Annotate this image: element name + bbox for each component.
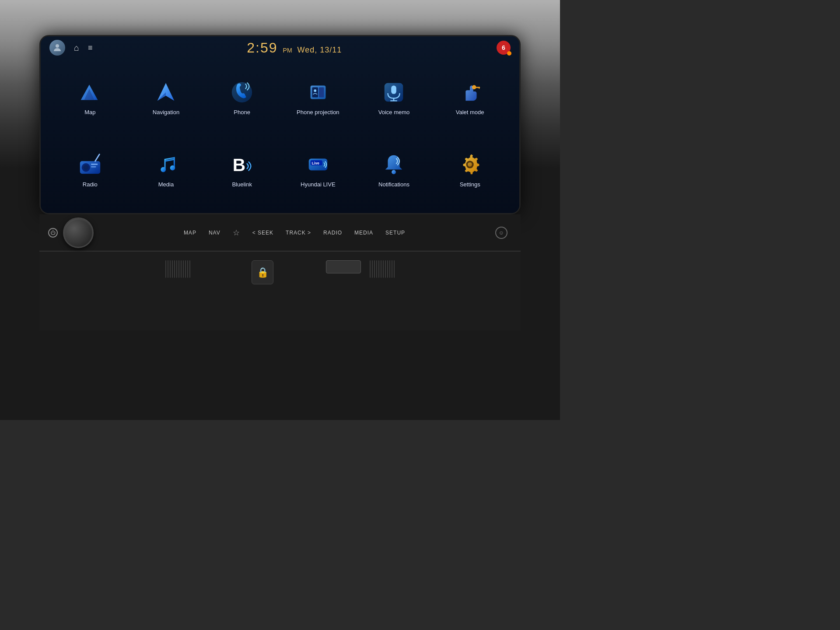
svg-rect-8 xyxy=(319,87,324,97)
small-control-button[interactable] xyxy=(326,260,361,273)
svg-point-19 xyxy=(83,165,88,170)
radio-label: Radio xyxy=(83,181,98,189)
svg-point-14 xyxy=(472,85,476,90)
valet-mode-icon xyxy=(455,79,485,105)
navigation-label: Navigation xyxy=(153,109,179,116)
phone-projection-label: Phone projection xyxy=(297,109,340,116)
volume-knob[interactable] xyxy=(63,217,94,248)
app-media[interactable]: Media xyxy=(130,136,203,204)
right-controls: ☺ xyxy=(495,227,508,239)
home-icon[interactable]: ⌂ xyxy=(74,43,79,53)
phone-projection-icon xyxy=(303,79,333,105)
voice-memo-icon xyxy=(378,79,409,105)
svg-rect-7 xyxy=(312,87,318,97)
profile-icon[interactable] xyxy=(49,40,65,56)
smiley-button[interactable]: ☺ xyxy=(495,227,508,239)
svg-marker-3 xyxy=(158,83,175,101)
time-display: 2:59 xyxy=(247,40,277,56)
svg-rect-16 xyxy=(479,87,480,89)
bottom-area: 🔒 xyxy=(39,252,521,330)
app-radio[interactable]: Radio xyxy=(54,136,126,204)
bluelink-label: Bluelink xyxy=(232,181,252,189)
track-button[interactable]: TRACK > xyxy=(286,230,311,236)
svg-point-9 xyxy=(314,89,316,92)
app-notifications[interactable]: Notifications xyxy=(358,136,430,204)
media-button[interactable]: MEDIA xyxy=(354,230,373,236)
menu-icon[interactable]: ≡ xyxy=(88,43,92,52)
settings-label: Settings xyxy=(460,181,480,189)
seek-button[interactable]: < SEEK xyxy=(252,230,273,236)
left-vent xyxy=(165,260,190,278)
status-left: ⌂ ≡ xyxy=(49,40,92,56)
status-bar: ⌂ ≡ 2:59 PM Wed, 13/11 6 xyxy=(41,36,519,59)
favorite-button[interactable]: ☆ xyxy=(233,228,240,238)
time-ampm: PM xyxy=(283,47,292,54)
settings-icon xyxy=(455,151,485,178)
svg-point-0 xyxy=(56,44,59,48)
control-buttons: MAP NAV ☆ < SEEK TRACK > RADIO MEDIA SET… xyxy=(94,228,495,238)
svg-line-20 xyxy=(95,154,99,161)
svg-rect-21 xyxy=(91,164,98,165)
app-grid: Map xyxy=(41,59,519,213)
svg-point-24 xyxy=(170,165,175,171)
nav-button[interactable]: NAV xyxy=(209,230,220,236)
app-valet-mode[interactable]: Valet mode xyxy=(434,63,506,132)
notifications-label: Notifications xyxy=(378,181,410,189)
voice-memo-label: Voice memo xyxy=(378,109,410,116)
notifications-icon xyxy=(378,151,409,178)
valet-mode-label: Valet mode xyxy=(456,109,484,116)
radio-button[interactable]: RADIO xyxy=(323,230,342,236)
svg-rect-22 xyxy=(91,166,96,168)
controls-bar: ⏻ MAP NAV ☆ < SEEK TRACK > RADIO MEDIA S… xyxy=(39,214,521,252)
status-center: 2:59 PM Wed, 13/11 xyxy=(247,40,342,56)
media-icon xyxy=(150,151,181,178)
map-icon xyxy=(75,79,105,105)
lock-icon: 🔒 xyxy=(257,267,269,278)
svg-point-23 xyxy=(161,167,166,172)
status-right: 6 xyxy=(497,41,511,55)
infotainment-screen: ⌂ ≡ 2:59 PM Wed, 13/11 6 xyxy=(41,36,519,213)
date-display: Wed, 13/11 xyxy=(298,46,342,55)
radio-icon xyxy=(75,151,105,178)
app-map[interactable]: Map xyxy=(54,63,126,132)
hyundai-live-icon: Live xyxy=(303,151,333,178)
svg-rect-11 xyxy=(392,86,397,94)
svg-point-32 xyxy=(468,162,472,167)
notification-badge[interactable]: 6 xyxy=(497,41,511,55)
navigation-icon xyxy=(150,79,181,105)
phone-label: Phone xyxy=(234,109,250,116)
app-settings[interactable]: Settings xyxy=(434,136,506,204)
power-knob-area: ⏻ xyxy=(48,217,94,248)
svg-text:Live: Live xyxy=(312,161,319,165)
screen-bezel: ⌂ ≡ 2:59 PM Wed, 13/11 6 xyxy=(39,35,521,214)
map-button[interactable]: MAP xyxy=(184,230,196,236)
svg-point-30 xyxy=(392,170,396,175)
app-phone[interactable]: Phone xyxy=(206,63,278,132)
app-hyundai-live[interactable]: Live Hyundai LIVE xyxy=(282,136,354,204)
power-button[interactable]: ⏻ xyxy=(48,228,58,238)
right-vent xyxy=(370,260,395,278)
car-background: ⌂ ≡ 2:59 PM Wed, 13/11 6 xyxy=(0,0,560,420)
app-navigation[interactable]: Navigation xyxy=(130,63,203,132)
map-label: Map xyxy=(84,109,95,116)
phone-icon xyxy=(227,79,257,105)
app-phone-projection[interactable]: Phone projection xyxy=(282,63,354,132)
setup-button[interactable]: SETUP xyxy=(385,230,405,236)
svg-text:B: B xyxy=(233,155,245,175)
app-voice-memo[interactable]: Voice memo xyxy=(358,63,430,132)
hyundai-live-label: Hyundai LIVE xyxy=(301,181,336,189)
lock-button[interactable]: 🔒 xyxy=(252,260,273,284)
media-label: Media xyxy=(158,181,174,189)
bluelink-icon: B xyxy=(227,151,257,178)
app-bluelink[interactable]: B Bluelink xyxy=(206,136,278,204)
